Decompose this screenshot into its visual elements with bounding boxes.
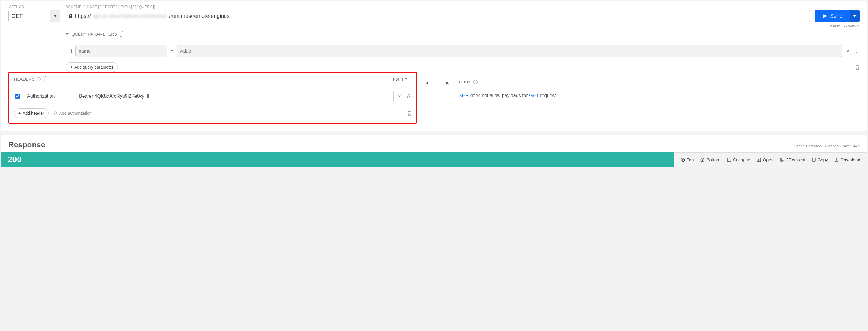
query-param-value-input[interactable] <box>177 45 842 57</box>
arrow-down-circle-icon <box>700 158 705 162</box>
link-param-icon[interactable] <box>405 93 411 99</box>
chevron-down-icon <box>405 78 408 80</box>
request-icon <box>780 158 784 162</box>
url-input[interactable]: https:// api.us.cloud.talend.com/tmc/v2 … <box>66 10 810 22</box>
request-panel: METHOD GET SCHEME :// HOST [ ":" PORT ] … <box>1 1 867 131</box>
collapse-button[interactable]: Collapse <box>727 157 750 162</box>
more-icon[interactable]: ⋮ <box>854 48 860 54</box>
method-select[interactable]: GET <box>8 10 60 22</box>
delete-all-headers-icon[interactable] <box>407 111 411 116</box>
plus-icon: + <box>70 65 72 70</box>
equals-sign: = <box>170 48 174 54</box>
bottom-button[interactable]: Bottom <box>700 157 720 162</box>
send-dropdown[interactable] <box>849 10 860 22</box>
response-meta: Cache Detected - Elapsed Time: 2.47s <box>794 144 860 148</box>
url-scheme: https:// <box>75 13 91 19</box>
add-authorization-link[interactable]: Add authorization <box>54 111 92 116</box>
status-code: 200 <box>1 153 674 167</box>
url-host-redacted: api.us.cloud.talend.com/tmc/v2 <box>93 13 166 19</box>
delete-all-params-icon[interactable] <box>856 65 860 70</box>
send-icon <box>822 13 828 19</box>
lock-icon <box>69 14 72 18</box>
sort-icon[interactable]: ↓AZ <box>42 75 46 83</box>
svg-rect-8 <box>781 158 784 161</box>
request-button[interactable]: 2Request <box>780 157 805 162</box>
xhr-link[interactable]: XHR <box>459 93 469 98</box>
add-auth-label: Add authorization <box>59 111 92 116</box>
copy-button[interactable]: Copy <box>812 157 828 162</box>
remove-param-icon[interactable]: ✕ <box>845 48 851 54</box>
response-title: Response <box>8 140 45 149</box>
body-panel: BODY ? XHR does not allow payloads for G… <box>459 80 860 123</box>
copy-icon <box>812 158 816 162</box>
open-button[interactable]: Open <box>757 157 774 162</box>
help-icon[interactable]: ? <box>473 80 478 84</box>
divider <box>438 80 438 123</box>
method-link[interactable]: GET <box>529 93 539 98</box>
url-path: /runtimes/remote-engines <box>169 13 229 19</box>
header-row: : ✕ <box>14 91 411 102</box>
add-query-param-label: Add query parameter <box>74 65 114 70</box>
method-label: METHOD <box>8 5 60 9</box>
collapse-right-icon[interactable]: ▶ <box>446 81 451 85</box>
body-message: XHR does not allow payloads for GET requ… <box>459 93 860 98</box>
response-actions: Top Bottom Collapse Open 2Request Copy <box>674 153 867 167</box>
query-params-title: QUERY PARAMETERS <box>71 32 117 36</box>
add-header-button[interactable]: + Add header <box>14 108 49 118</box>
form-toggle-label: Form <box>393 77 403 81</box>
collapse-icon <box>727 158 731 162</box>
headers-view-toggle[interactable]: Form <box>389 75 411 83</box>
download-icon <box>834 158 839 162</box>
body-title: BODY <box>459 80 471 84</box>
expand-icon <box>757 158 761 162</box>
link-param-icon <box>54 111 58 115</box>
query-param-row: = ✕ ⋮ <box>66 45 860 57</box>
top-button[interactable]: Top <box>681 157 694 162</box>
header-checkbox[interactable] <box>15 94 20 99</box>
header-value-input[interactable] <box>76 91 394 102</box>
collapse-left-icon[interactable]: ◀ <box>425 81 430 85</box>
response-panel: Response Cache Detected - Elapsed Time: … <box>1 136 867 167</box>
sort-icon[interactable]: ↓AZ <box>120 30 124 38</box>
colon: : <box>71 93 73 100</box>
chevron-down-icon <box>853 15 856 17</box>
method-block: METHOD GET <box>8 5 60 22</box>
send-label: Send <box>830 13 842 19</box>
query-params-header[interactable]: QUERY PARAMETERS ↓AZ <box>66 29 860 40</box>
headers-title: HEADERS <box>14 77 35 81</box>
download-button[interactable]: Download <box>834 157 860 162</box>
header-name-input[interactable] <box>24 91 68 102</box>
remove-header-icon[interactable]: ✕ <box>397 93 403 99</box>
add-query-param-button[interactable]: + Add query parameter <box>66 62 118 72</box>
send-block: Send <box>815 5 860 22</box>
chevron-down-icon[interactable] <box>50 10 60 22</box>
query-param-checkbox[interactable] <box>67 49 71 54</box>
headers-panel: HEADERS ? ↓AZ Form : ✕ <box>8 72 417 123</box>
url-label: SCHEME :// HOST [ ":" PORT ] [ PATH [ "?… <box>66 5 810 9</box>
arrow-up-circle-icon <box>681 158 685 162</box>
help-icon[interactable]: ? <box>36 77 41 81</box>
query-param-name-input[interactable] <box>75 45 167 57</box>
url-block: SCHEME :// HOST [ ":" PORT ] [ PATH [ "?… <box>66 5 810 22</box>
method-value: GET <box>9 10 50 22</box>
send-button[interactable]: Send <box>815 10 849 22</box>
url-length: length: 65 byte(s) <box>66 24 860 28</box>
chevron-down-icon <box>66 33 69 35</box>
add-header-label: Add header <box>23 111 44 116</box>
send-spacer <box>815 5 860 9</box>
svg-rect-10 <box>813 158 815 161</box>
plus-icon: + <box>19 111 21 116</box>
